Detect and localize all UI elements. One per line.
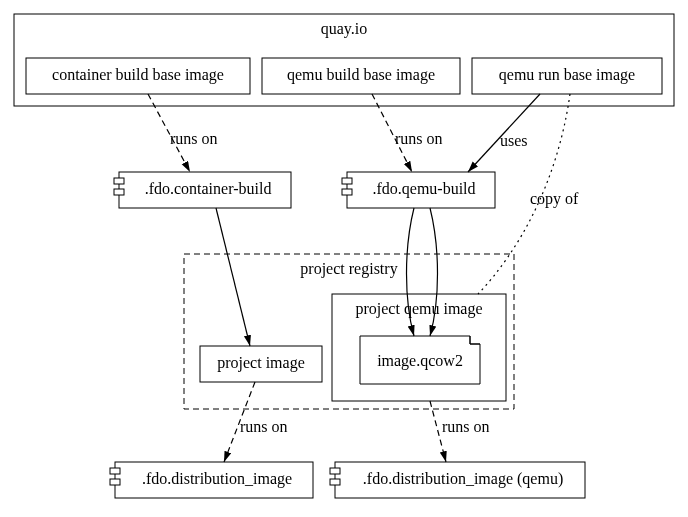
svg-rect-7 — [110, 468, 120, 474]
edge-label-runs-on-3: runs on — [240, 418, 288, 435]
edge-label-uses: uses — [500, 132, 528, 149]
svg-rect-4 — [342, 178, 352, 184]
label-quayio: quay.io — [321, 20, 368, 38]
label-qcow: image.qcow2 — [377, 352, 463, 370]
svg-rect-11 — [330, 479, 340, 485]
label-qbbi: qemu build base image — [287, 66, 435, 84]
label-qrbi: qemu run base image — [499, 66, 635, 84]
node-fdo-distribution-image-qemu: .fdo.distribution_image (qemu) — [330, 462, 585, 498]
label-qbuild: .fdo.qemu-build — [372, 180, 475, 198]
label-pqimg: project qemu image — [355, 300, 482, 318]
label-projreg: project registry — [300, 260, 397, 278]
label-distq: .fdo.distribution_image (qemu) — [363, 470, 563, 488]
node-fdo-qemu-build: .fdo.qemu-build — [342, 172, 495, 208]
label-cbuild: .fdo.container-build — [145, 180, 272, 197]
svg-rect-10 — [330, 468, 340, 474]
label-pimg: project image — [217, 354, 305, 372]
edge-label-copy-of: copy of — [530, 190, 579, 208]
node-fdo-container-build: .fdo.container-build — [114, 172, 291, 208]
edge-label-runs-on-4: runs on — [442, 418, 490, 435]
label-dist: .fdo.distribution_image — [142, 470, 292, 488]
svg-rect-8 — [110, 479, 120, 485]
diagram-root: quay.io container build base image qemu … — [0, 0, 688, 517]
node-image-qcow2: image.qcow2 — [360, 336, 480, 384]
svg-rect-5 — [342, 189, 352, 195]
svg-rect-1 — [114, 178, 124, 184]
svg-rect-2 — [114, 189, 124, 195]
edge-label-runs-on-2: runs on — [395, 130, 443, 147]
node-fdo-distribution-image: .fdo.distribution_image — [110, 462, 313, 498]
edge-label-runs-on-1: runs on — [170, 130, 218, 147]
label-cbbi: container build base image — [52, 66, 224, 84]
